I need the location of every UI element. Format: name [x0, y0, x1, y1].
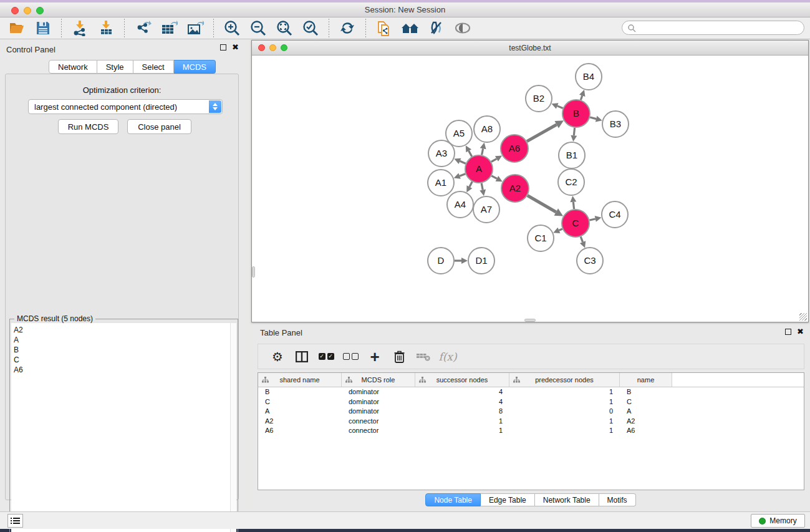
float-panel-icon[interactable]	[220, 44, 226, 51]
cell[interactable]: A	[258, 407, 342, 417]
edge-B-B1[interactable]	[574, 128, 574, 135]
cell[interactable]: 1	[509, 417, 620, 427]
import-network-icon[interactable]	[70, 19, 89, 37]
cell[interactable]: dominator	[342, 397, 415, 407]
run-mcds-button[interactable]: Run MCDS	[58, 119, 118, 134]
vertical-scrollbar-thumb[interactable]	[252, 266, 255, 278]
edge-A-A8[interactable]	[482, 148, 483, 155]
zoom-out-icon[interactable]	[249, 19, 268, 37]
save-session-icon[interactable]	[34, 19, 52, 37]
resize-grip-icon[interactable]	[799, 313, 807, 321]
close-panel-button[interactable]: Close panel	[127, 119, 191, 134]
cell[interactable]: A2	[258, 417, 342, 427]
cell[interactable]: C	[620, 397, 672, 407]
tab-select[interactable]: Select	[133, 60, 174, 74]
table-row[interactable]: Adominator80A	[258, 407, 804, 417]
close-table-panel-icon[interactable]: ✖	[797, 329, 804, 335]
vizmapper-icon[interactable]	[427, 19, 446, 37]
close-panel-icon[interactable]: ✖	[232, 44, 239, 51]
cell[interactable]: dominator	[342, 407, 415, 417]
tab-edge-table[interactable]: Edge Table	[481, 493, 535, 506]
refresh-icon[interactable]	[338, 19, 357, 37]
import-table-icon[interactable]	[97, 19, 115, 37]
show-hide-eye-icon[interactable]	[453, 19, 472, 37]
task-history-button[interactable]	[7, 514, 23, 528]
tab-motifs[interactable]: Motifs	[599, 493, 636, 506]
table-options-gear-icon[interactable]: ⚙	[269, 349, 286, 365]
edge-A-A2[interactable]	[491, 176, 497, 179]
tab-mcds[interactable]: MCDS	[174, 60, 216, 74]
search-field[interactable]	[622, 21, 804, 35]
float-table-panel-icon[interactable]	[785, 329, 791, 335]
cell[interactable]: 8	[415, 407, 509, 417]
edge-A-A5[interactable]	[469, 151, 472, 157]
cell[interactable]: B	[258, 387, 342, 397]
edge-A-A3[interactable]	[460, 161, 466, 163]
column-header-successor-nodes[interactable]: successor nodes	[415, 373, 509, 387]
cell[interactable]: B	[620, 387, 672, 397]
memory-button[interactable]: Memory	[751, 514, 805, 528]
add-column-icon[interactable]: +	[367, 349, 383, 365]
column-header-name[interactable]: name	[620, 373, 672, 387]
cell[interactable]: A	[620, 407, 672, 417]
cell[interactable]: 0	[509, 407, 620, 417]
select-all-checkboxes-icon[interactable]: ✓✓	[318, 349, 334, 365]
column-header-predecessor-nodes[interactable]: predecessor nodes	[509, 373, 620, 387]
edge-B-B3[interactable]	[590, 117, 596, 119]
column-header-MCDS-role[interactable]: MCDS role	[342, 373, 415, 387]
cell[interactable]: 1	[509, 426, 620, 436]
tab-network[interactable]: Network	[49, 60, 97, 74]
edge-A-A7[interactable]	[481, 183, 483, 190]
edge-A2-C[interactable]	[528, 195, 556, 212]
cell[interactable]: dominator	[342, 387, 415, 397]
deselect-all-checkboxes-icon[interactable]	[342, 349, 359, 365]
result-item-b[interactable]: B	[14, 345, 230, 355]
cell[interactable]: connector	[342, 426, 415, 436]
zoom-in-icon[interactable]	[223, 19, 241, 37]
cell[interactable]: 4	[415, 387, 509, 397]
cell[interactable]: 1	[415, 417, 509, 427]
open-file-icon[interactable]	[7, 19, 26, 37]
cell[interactable]: connector	[342, 417, 415, 427]
edge-C-C4[interactable]	[589, 219, 595, 220]
edge-C-C3[interactable]	[581, 236, 582, 242]
horizontal-scrollbar-thumb[interactable]	[524, 319, 536, 322]
cell[interactable]: A6	[258, 426, 342, 436]
optimization-criterion-select[interactable]: largest connected component (directed)	[28, 99, 223, 114]
column-selector-icon[interactable]	[294, 349, 310, 365]
cell[interactable]: 4	[415, 397, 509, 407]
result-item-a2[interactable]: A2	[14, 325, 230, 335]
export-image-icon[interactable]	[186, 19, 205, 37]
export-table-icon[interactable]	[160, 19, 178, 37]
table-row[interactable]: Cdominator41C	[258, 397, 804, 407]
edge-C-C1[interactable]	[559, 229, 562, 230]
delete-table-icon[interactable]	[415, 349, 432, 365]
edge-B-B2[interactable]	[557, 106, 563, 109]
delete-column-trash-icon[interactable]	[391, 349, 407, 365]
edge-B-B4[interactable]	[581, 95, 582, 100]
edge-A-A6[interactable]	[491, 159, 497, 162]
clone-network-icon[interactable]	[375, 19, 393, 37]
cell[interactable]: A6	[620, 426, 672, 436]
result-item-a[interactable]: A	[14, 335, 230, 345]
search-input[interactable]	[636, 24, 804, 32]
table-row[interactable]: A6connector11A6	[258, 426, 804, 436]
edge-A-A4[interactable]	[470, 181, 472, 186]
zoom-fit-icon[interactable]	[275, 19, 294, 37]
export-network-icon[interactable]	[133, 19, 152, 37]
edge-A6-B[interactable]	[527, 125, 557, 142]
cell[interactable]: A2	[620, 417, 672, 427]
tab-node-table[interactable]: Node Table	[425, 493, 481, 506]
edge-C-C2[interactable]	[573, 202, 574, 209]
cell[interactable]: C	[258, 397, 342, 407]
result-item-c[interactable]: C	[14, 355, 230, 365]
table-row[interactable]: Bdominator41B	[258, 387, 804, 397]
cell[interactable]: 1	[415, 426, 509, 436]
table-row[interactable]: A2connector11A2	[258, 417, 804, 427]
cell[interactable]: 1	[509, 387, 620, 397]
function-builder-fx-icon[interactable]: f(x)	[440, 349, 456, 365]
cell[interactable]: 1	[509, 397, 620, 407]
tab-style[interactable]: Style	[97, 60, 133, 74]
column-header-shared-name[interactable]: shared name	[258, 373, 342, 387]
home-icon[interactable]	[401, 19, 420, 37]
